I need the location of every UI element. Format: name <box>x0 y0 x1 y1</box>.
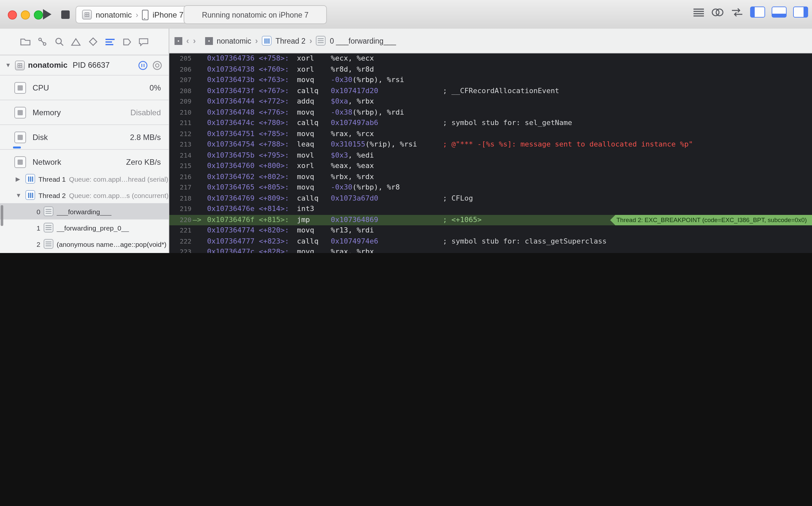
asm-address: 0x107364736 <+758>: <box>207 54 297 64</box>
thread-row[interactable]: ▼Thread 2Queue: com.app…s (concurrent) <box>0 187 169 203</box>
asm-code: 0x107364744 <+772>:addq$0xa, %rbx <box>194 96 812 107</box>
frame-index: 2 <box>34 240 40 248</box>
jump-bar-frame[interactable]: 0 ___forwarding___ <box>330 37 396 45</box>
breakpoint-navigator-icon[interactable] <box>121 36 132 47</box>
stop-button[interactable] <box>59 8 72 21</box>
breakpoint-annotation-badge: Thread 2: EXC_BREAKPOINT (code=EXC_I386_… <box>615 215 812 225</box>
jump-bar-app[interactable]: nonatomic <box>216 37 251 45</box>
line-number[interactable]: 208 <box>169 86 194 96</box>
find-navigator-icon[interactable] <box>54 36 65 47</box>
go-back-icon[interactable]: ‹ <box>186 36 189 46</box>
stack-frame-row[interactable]: 0___forwarding___ <box>0 203 169 220</box>
view-debugger-icon[interactable] <box>152 60 162 70</box>
disclosure-triangle[interactable]: ▼ <box>5 62 12 68</box>
asm-mnemonic: movq <box>297 172 331 182</box>
line-number[interactable]: 213 <box>169 139 194 150</box>
go-forward-icon[interactable]: › <box>193 36 196 46</box>
line-number[interactable]: 216 <box>169 172 194 182</box>
issue-navigator-icon[interactable] <box>70 36 81 47</box>
disassembly-editor[interactable]: 2050x107364736 <+758>:xorl%ecx, %ecx2060… <box>169 54 812 253</box>
disclosure-triangle[interactable]: ▶ <box>16 175 22 182</box>
jump-bar-thread[interactable]: Thread 2 <box>275 37 305 45</box>
run-button[interactable] <box>40 8 54 21</box>
version-editor-icon[interactable] <box>731 7 744 17</box>
pause-process-icon[interactable] <box>138 60 148 70</box>
gauge-value: Disabled <box>130 108 169 117</box>
line-number[interactable]: 215 <box>169 161 194 172</box>
gauge-row-network[interactable]: NetworkZero KB/s <box>0 149 169 174</box>
thread-queue: Queue: com.app…s (concurrent) <box>69 191 169 199</box>
asm-line: 2200x10736476f <+815>:jmp0x107364869; <+… <box>169 215 812 225</box>
line-number[interactable]: 223 <box>169 247 194 253</box>
line-number[interactable]: 219 <box>169 204 194 215</box>
thread-row[interactable]: ▶Thread 1Queue: com.appl…hread (serial) <box>0 171 169 187</box>
asm-address: 0x10736476f <+815>: <box>207 215 297 225</box>
line-number[interactable]: 221 <box>169 225 194 236</box>
asm-address: 0x107364774 <+820>: <box>207 225 297 236</box>
gauge-label: CPU <box>32 83 49 92</box>
source-control-navigator-icon[interactable] <box>36 36 48 47</box>
line-number[interactable]: 209 <box>169 96 194 107</box>
stop-icon <box>61 10 69 18</box>
line-number[interactable]: 212 <box>169 129 194 139</box>
asm-code: 0x107364751 <+785>:movq%rax, %rcx <box>194 129 812 139</box>
project-navigator-icon[interactable] <box>19 36 30 47</box>
report-navigator-icon[interactable] <box>138 36 149 47</box>
scheme-selector[interactable]: nonatomic › iPhone 7 <box>76 6 190 23</box>
stack-frame-row[interactable]: 1__forwarding_prep_0__ <box>0 220 169 236</box>
asm-line: 2230x10736477c <+828>:movq%rax, %rbx <box>169 247 812 253</box>
asm-address: 0x10736475b <+795>: <box>207 150 297 161</box>
scheme-device[interactable]: iPhone 7 <box>153 10 184 19</box>
asm-code: 0x107364738 <+760>:xorl%r8d, %r8d <box>194 64 812 75</box>
gauge-row-cpu[interactable]: CPU0% <box>0 75 169 100</box>
line-number[interactable]: 220 <box>169 215 194 225</box>
related-items-icon[interactable] <box>175 37 182 45</box>
line-number[interactable]: 205 <box>169 54 194 64</box>
line-number[interactable]: 217 <box>169 182 194 193</box>
minimize-window-button[interactable] <box>21 10 30 19</box>
asm-mnemonic: xorl <box>297 64 331 75</box>
debug-navigator-icon[interactable] <box>104 36 115 47</box>
stack-frame-row[interactable]: 3_dispatch_root_queue_drain <box>0 252 169 253</box>
asm-comment: ; symbol stub for: sel_getName <box>443 118 572 129</box>
asm-operands: 0x1074974e6 <box>331 236 443 247</box>
asm-line: 2140x10736475b <+795>:movl$0x3, %edi <box>169 150 812 161</box>
asm-mnemonic: jmp <box>297 215 331 225</box>
asm-line: 2150x107364760 <+800>:xorl%eax, %eax <box>169 161 812 172</box>
asm-mnemonic: movl <box>297 150 331 161</box>
asm-line: 2220x107364777 <+823>:callq0x1074974e6; … <box>169 236 812 247</box>
scheme-name[interactable]: nonatomic <box>96 10 132 19</box>
gauge-icon <box>14 131 26 143</box>
close-window-button[interactable] <box>8 10 17 19</box>
frame-index: 1 <box>34 224 40 232</box>
toggle-debug-area-button[interactable] <box>772 6 787 18</box>
gauge-row-memory[interactable]: MemoryDisabled <box>0 100 169 124</box>
asm-line: 2100x107364748 <+776>:movq-0x38(%rbp), %… <box>169 107 812 118</box>
asm-code: 0x10736475b <+795>:movl$0x3, %edi <box>194 150 812 161</box>
line-number[interactable]: 214 <box>169 150 194 161</box>
toggle-navigator-panel-button[interactable] <box>750 6 765 18</box>
asm-line: 2160x107364762 <+802>:movq%rbx, %rdx <box>169 172 812 182</box>
asm-operands: -0x38(%rbp), %rdi <box>331 107 443 118</box>
assistant-editor-icon[interactable] <box>711 7 724 17</box>
toggle-inspector-panel-button[interactable] <box>793 6 808 18</box>
process-row[interactable]: ▼ nonatomic PID 66637 <box>0 55 169 75</box>
gauge-row-disk[interactable]: Disk2.8 MB/s <box>0 124 169 149</box>
test-navigator-icon[interactable] <box>87 36 98 47</box>
activity-status-text: Running nonatomic on iPhone 7 <box>202 11 308 18</box>
line-number[interactable]: 207 <box>169 75 194 86</box>
line-number[interactable]: 211 <box>169 118 194 129</box>
asm-line: 2050x107364736 <+758>:xorl%ecx, %ecx <box>169 54 812 64</box>
asm-operands: -0x30(%rbp), %rsi <box>331 75 443 86</box>
scroll-indicator[interactable] <box>1 205 3 226</box>
line-number[interactable]: 222 <box>169 236 194 247</box>
asm-mnemonic: int3 <box>297 204 331 215</box>
line-number[interactable]: 218 <box>169 193 194 204</box>
gauge-icon <box>14 82 26 93</box>
play-icon <box>42 9 51 19</box>
line-number[interactable]: 210 <box>169 107 194 118</box>
disclosure-triangle[interactable]: ▼ <box>16 192 22 198</box>
stack-frame-row[interactable]: 2(anonymous name…age::pop(void*) <box>0 236 169 252</box>
line-number[interactable]: 206 <box>169 64 194 75</box>
standard-editor-icon[interactable] <box>693 7 705 17</box>
